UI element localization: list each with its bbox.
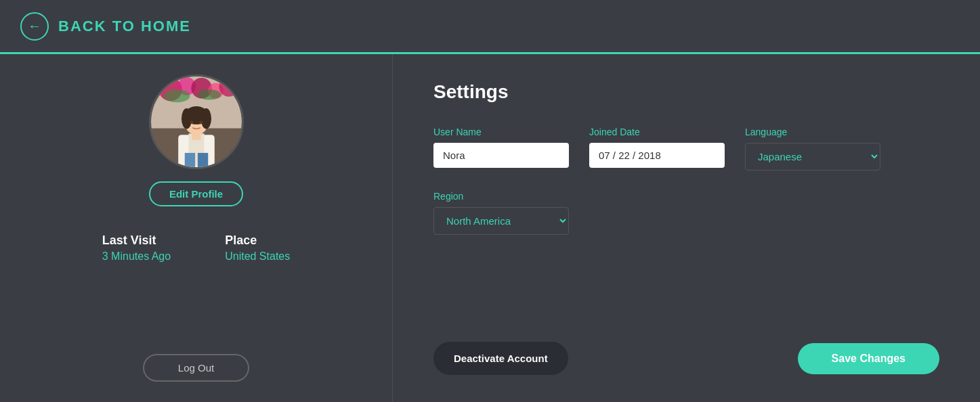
username-group: User Name bbox=[433, 127, 569, 168]
form-row-2: Region North America Europe Asia South A… bbox=[433, 191, 939, 235]
svg-point-8 bbox=[197, 89, 220, 99]
joined-date-group: Joined Date bbox=[589, 127, 725, 168]
last-visit-label: Last Visit bbox=[102, 233, 156, 248]
svg-rect-17 bbox=[192, 132, 200, 139]
svg-point-6 bbox=[219, 77, 238, 97]
header: ← BACK TO HOME bbox=[0, 0, 980, 54]
main-layout: Edit Profile Last Visit 3 Minutes Ago Pl… bbox=[0, 54, 980, 402]
edit-profile-button[interactable]: Edit Profile bbox=[149, 181, 243, 206]
deactivate-account-button[interactable]: Deactivate Account bbox=[433, 342, 568, 375]
save-changes-button[interactable]: Save Changes bbox=[798, 343, 939, 374]
language-label: Language bbox=[745, 127, 880, 137]
username-label: User Name bbox=[433, 127, 569, 137]
last-visit-value: 3 Minutes Ago bbox=[102, 250, 171, 263]
svg-rect-16 bbox=[197, 153, 207, 169]
back-to-home-button[interactable]: ← BACK TO HOME bbox=[20, 12, 191, 41]
joined-date-label: Joined Date bbox=[589, 127, 725, 137]
place-value: United States bbox=[225, 250, 290, 263]
bottom-actions: Deactivate Account Save Changes bbox=[433, 321, 939, 375]
svg-point-12 bbox=[200, 108, 211, 129]
joined-date-input[interactable] bbox=[589, 143, 725, 168]
region-group: Region North America Europe Asia South A… bbox=[433, 191, 569, 235]
region-select[interactable]: North America Europe Asia South America … bbox=[433, 207, 569, 235]
left-panel: Edit Profile Last Visit 3 Minutes Ago Pl… bbox=[0, 54, 393, 402]
avatar bbox=[149, 74, 244, 169]
svg-rect-15 bbox=[184, 153, 194, 169]
right-panel: Settings User Name Joined Date Language … bbox=[393, 54, 980, 402]
form-row-1: User Name Joined Date Language Japanese … bbox=[433, 127, 939, 171]
svg-point-7 bbox=[164, 89, 190, 102]
place-label: Place bbox=[225, 233, 257, 248]
svg-point-19 bbox=[199, 121, 203, 125]
svg-point-11 bbox=[181, 108, 191, 129]
logout-button[interactable]: Log Out bbox=[143, 354, 249, 382]
language-select[interactable]: Japanese English Spanish French German C… bbox=[745, 143, 880, 171]
last-visit-stat: Last Visit 3 Minutes Ago bbox=[102, 233, 171, 263]
place-stat: Place United States bbox=[225, 233, 290, 263]
back-to-home-label: BACK TO HOME bbox=[58, 18, 191, 35]
stats-row: Last Visit 3 Minutes Ago Place United St… bbox=[14, 233, 379, 263]
language-group: Language Japanese English Spanish French… bbox=[745, 127, 880, 171]
chevron-left-icon: ← bbox=[20, 12, 49, 41]
username-input[interactable] bbox=[433, 143, 569, 168]
svg-point-18 bbox=[190, 121, 193, 125]
region-label: Region bbox=[433, 191, 569, 202]
settings-title: Settings bbox=[433, 81, 939, 103]
